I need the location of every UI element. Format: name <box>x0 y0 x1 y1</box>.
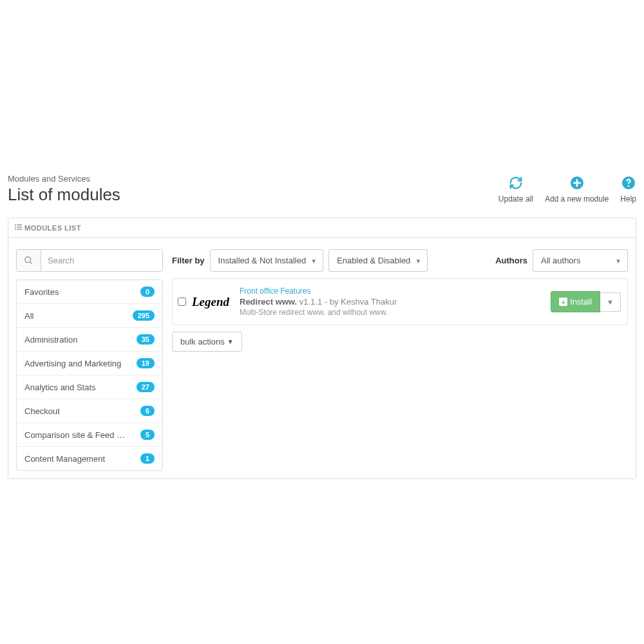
page-header: Modules and Services List of modules Upd… <box>0 174 644 218</box>
svg-rect-7 <box>15 229 16 229</box>
module-description: Multi-Store redirect www. and without ww… <box>240 308 544 317</box>
row-checkbox[interactable] <box>178 298 186 306</box>
cat-badge: 27 <box>137 382 155 392</box>
panel-title-bar: MODULES LIST <box>8 218 636 238</box>
title-block: Modules and Services List of modules <box>8 174 120 205</box>
svg-rect-3 <box>15 224 16 225</box>
panel-title: MODULES LIST <box>24 224 81 232</box>
update-all-button[interactable]: Update all <box>498 175 533 204</box>
installed-filter-value: Installed & Not Installed <box>218 256 307 265</box>
bulk-actions-button[interactable]: bulk actions ▼ <box>172 332 242 352</box>
logo-text: Legend <box>192 295 229 309</box>
install-dropdown[interactable]: ▼ <box>600 292 621 312</box>
module-version: v1.1.1 - by Keshva Thakur <box>299 297 397 307</box>
cat-badge: 35 <box>137 334 155 345</box>
cat-label: Favorites <box>24 287 59 297</box>
plus-circle-icon <box>569 175 585 191</box>
chevron-down-icon: ▼ <box>415 257 421 264</box>
cat-badge: 5 <box>140 430 155 440</box>
cat-badge: 19 <box>137 358 155 368</box>
refresh-icon <box>508 175 524 191</box>
install-button[interactable]: + Install <box>551 291 600 312</box>
module-category: Front office Features <box>240 287 544 296</box>
module-name: Redirect www. <box>240 297 297 307</box>
help-button[interactable]: Help <box>620 175 636 204</box>
sidebar: Favorites0 All295 Administration35 Adver… <box>16 249 163 471</box>
enabled-filter-value: Enabled & Disabled <box>337 256 410 265</box>
sidebar-item-advertising[interactable]: Advertising and Marketing19 <box>17 352 162 375</box>
svg-rect-8 <box>17 229 22 229</box>
chevron-down-icon: ▼ <box>227 338 234 345</box>
chevron-down-icon: ▼ <box>310 257 317 264</box>
update-all-label: Update all <box>498 194 533 204</box>
add-module-label: Add a new module <box>545 194 609 204</box>
add-module-button[interactable]: Add a new module <box>545 175 609 204</box>
module-name-line: Redirect www. v1.1.1 - by Keshva Thakur <box>240 297 544 307</box>
help-icon <box>621 175 636 191</box>
cat-label: Administration <box>24 335 77 345</box>
enabled-filter[interactable]: Enabled & Disabled▼ <box>328 249 428 272</box>
cat-label: All <box>24 311 33 321</box>
cat-label: Advertising and Marketing <box>24 359 121 368</box>
svg-point-2 <box>627 185 629 187</box>
module-actions: + Install ▼ <box>551 291 627 312</box>
header-actions: Update all Add a new module Help <box>498 175 636 204</box>
filter-by-label: Filter by <box>172 256 205 265</box>
search-icon[interactable] <box>17 250 41 271</box>
sidebar-item-comparison[interactable]: Comparison site & Feed manage...5 <box>17 423 162 447</box>
svg-point-9 <box>25 257 31 263</box>
page-title: List of modules <box>8 185 120 205</box>
module-info: Front office Features Redirect www. v1.1… <box>233 279 551 325</box>
chevron-down-icon: ▼ <box>615 257 621 264</box>
bulk-label: bulk actions <box>180 337 225 346</box>
sidebar-item-all[interactable]: All295 <box>17 304 162 328</box>
chevron-down-icon: ▼ <box>607 298 614 306</box>
plus-icon: + <box>559 298 567 306</box>
category-list: Favorites0 All295 Administration35 Adver… <box>16 279 163 471</box>
sidebar-item-checkout[interactable]: Checkout6 <box>17 399 162 423</box>
row-checkbox-cell <box>173 298 188 306</box>
cat-badge: 1 <box>140 453 155 464</box>
module-row: Legend Front office Features Redirect ww… <box>172 278 628 325</box>
cat-badge: 295 <box>133 310 155 321</box>
cat-label: Analytics and Stats <box>24 383 96 392</box>
cat-label: Comparison site & Feed manage... <box>24 430 128 440</box>
sidebar-item-administration[interactable]: Administration35 <box>17 328 162 352</box>
cat-label: Checkout <box>24 406 60 416</box>
cat-badge: 6 <box>140 406 155 416</box>
main-content: Filter by Installed & Not Installed▼ Ena… <box>172 249 628 471</box>
breadcrumb: Modules and Services <box>8 174 120 184</box>
search-input[interactable] <box>41 250 162 271</box>
authors-label: Authors <box>495 256 527 265</box>
svg-rect-4 <box>17 224 22 225</box>
module-logo: Legend <box>188 289 233 316</box>
install-label: Install <box>570 297 592 307</box>
authors-filter[interactable]: All authors▼ <box>533 249 628 272</box>
sidebar-item-analytics[interactable]: Analytics and Stats27 <box>17 375 162 399</box>
help-label: Help <box>620 194 636 204</box>
cat-badge: 0 <box>140 287 155 297</box>
sidebar-item-content-mgmt[interactable]: Content Management1 <box>17 447 162 470</box>
filter-bar: Filter by Installed & Not Installed▼ Ena… <box>172 249 628 272</box>
search-group <box>16 249 163 272</box>
modules-panel: MODULES LIST Favorites0 All295 Administr… <box>8 218 636 479</box>
svg-rect-6 <box>17 227 22 227</box>
authors-filter-value: All authors <box>541 256 580 265</box>
installed-filter[interactable]: Installed & Not Installed▼ <box>210 249 324 272</box>
sidebar-item-favorites[interactable]: Favorites0 <box>17 280 162 304</box>
list-icon <box>15 223 22 232</box>
svg-line-10 <box>30 261 32 263</box>
cat-label: Content Management <box>24 454 105 464</box>
svg-rect-5 <box>15 227 16 227</box>
